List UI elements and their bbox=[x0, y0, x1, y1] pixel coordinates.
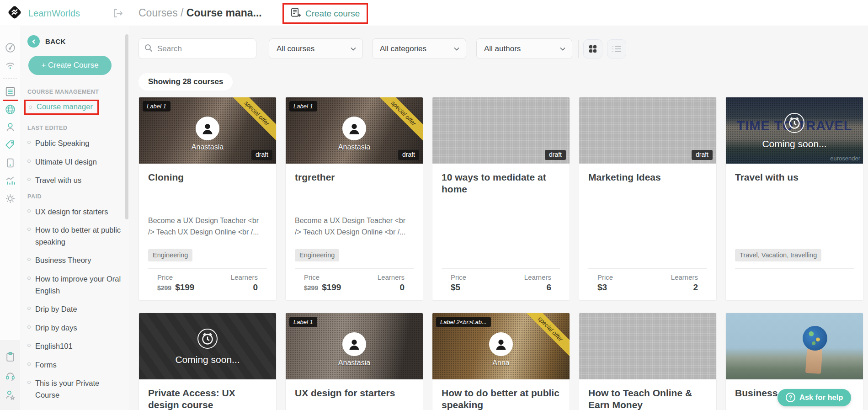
course-card[interactable]: Label 1 special offer Anastasia draft Cl… bbox=[138, 97, 277, 301]
sidebar-item-how-to-do-better[interactable]: How to do better at public speaking bbox=[27, 224, 121, 248]
create-course-label: Create course bbox=[305, 9, 360, 19]
users-icon[interactable] bbox=[5, 121, 16, 133]
course-title: Cloning bbox=[148, 171, 267, 215]
support-headset-icon[interactable] bbox=[5, 370, 16, 383]
bullet-icon bbox=[27, 307, 31, 310]
sidebar-item-travel-with-us[interactable]: Travel with us bbox=[27, 175, 121, 186]
top-header: LearnWorlds Courses / Course mana... Cre… bbox=[0, 0, 868, 26]
search-box[interactable] bbox=[138, 38, 256, 59]
breadcrumb-separator: / bbox=[181, 7, 183, 19]
course-title: UX design for starters bbox=[295, 387, 414, 410]
course-footer: Price $3 Learners 2 bbox=[588, 268, 707, 300]
course-card[interactable]: Coming soon... Private Access: UX design… bbox=[138, 313, 277, 410]
broadcast-wifi-icon[interactable] bbox=[5, 59, 16, 71]
device-icon[interactable] bbox=[5, 157, 16, 169]
authors-filter-dropdown[interactable]: All authors bbox=[476, 38, 572, 59]
back-chevron-icon bbox=[27, 35, 40, 48]
sidebar-item-drip-by-date[interactable]: Drip by Date bbox=[27, 304, 121, 315]
courses-filter-dropdown[interactable]: All courses bbox=[269, 38, 363, 59]
categories-filter-dropdown[interactable]: All categories bbox=[372, 38, 466, 59]
analytics-icon[interactable] bbox=[5, 175, 16, 186]
bullet-icon bbox=[27, 362, 31, 366]
sidebar-item-public-speaking[interactable]: Public Speaking bbox=[27, 138, 121, 149]
learners-label: Learners bbox=[231, 273, 258, 281]
learners-label: Learners bbox=[378, 273, 405, 281]
sidebar-item-english101[interactable]: English101 bbox=[27, 341, 121, 352]
user-star-icon[interactable] bbox=[5, 389, 16, 403]
price-label: Price bbox=[597, 273, 613, 281]
price-value: $3 bbox=[597, 282, 613, 293]
back-button[interactable]: BACK bbox=[27, 35, 121, 48]
chevron-down-icon bbox=[454, 47, 459, 51]
sidebar-item-business-theory[interactable]: Business Theory bbox=[27, 255, 121, 266]
main-content: All courses All categories All authors S… bbox=[129, 26, 868, 410]
create-course-sidebar-button[interactable]: + Create Course bbox=[28, 56, 112, 75]
sidebar: BACK + Create Course COURSE MANAGEMENT C… bbox=[20, 26, 129, 410]
course-card[interactable]: draft 10 ways to medidate at home Price … bbox=[432, 97, 570, 301]
learners-value: 0 bbox=[231, 282, 258, 293]
bullet-icon bbox=[27, 209, 31, 213]
course-manager-icon[interactable] bbox=[5, 85, 16, 97]
course-footer: Price $5 Learners 6 bbox=[442, 268, 560, 300]
course-grid: Label 1 special offer Anastasia draft Cl… bbox=[138, 97, 863, 410]
sidebar-item-private-course[interactable]: This is your Private Course bbox=[27, 378, 121, 401]
breadcrumb-section[interactable]: Courses bbox=[138, 7, 178, 19]
sidebar-item-drip-by-days[interactable]: Drip by days bbox=[27, 322, 121, 334]
breadcrumb: Courses / Course mana... bbox=[138, 7, 262, 19]
learners-value: 2 bbox=[671, 282, 698, 293]
course-card[interactable]: How to Teach Online & Earn Money bbox=[579, 313, 717, 410]
category-chip: Travel, Vacation, travelling bbox=[735, 249, 821, 261]
question-icon: ? bbox=[786, 393, 795, 402]
bullet-icon bbox=[27, 277, 31, 280]
course-card[interactable]: Label 1 Anastasia UX design for starters bbox=[285, 313, 423, 410]
sidebar-item-course-manager[interactable]: Course manager bbox=[24, 100, 99, 115]
course-description: Become a UX Design Teacher <br /> Teach … bbox=[148, 215, 267, 249]
globe-photo-shape bbox=[803, 326, 827, 351]
ask-for-help-button[interactable]: ? Ask for help bbox=[777, 389, 851, 406]
site-globe-icon[interactable] bbox=[5, 103, 16, 115]
sidebar-item-oral-english[interactable]: How to improve your Oral English bbox=[27, 273, 121, 297]
bullet-icon bbox=[27, 344, 31, 347]
author-name: Anastasia bbox=[192, 143, 224, 151]
course-image-placeholder bbox=[579, 313, 716, 379]
course-footer: Price $299$199 Learners 0 bbox=[148, 268, 267, 300]
course-card[interactable]: Label 2<br>Lab... special offer Anna How… bbox=[432, 313, 570, 410]
draft-status-badge: draft bbox=[692, 150, 713, 160]
grid-view-button[interactable] bbox=[583, 39, 602, 59]
course-card[interactable]: Label 1 special offer Anastasia draft tr… bbox=[285, 97, 423, 301]
settings-gear-icon[interactable] bbox=[5, 192, 16, 204]
coming-soon-text: Coming soon... bbox=[762, 138, 826, 149]
sidebar-item-ultimate-ui-design[interactable]: Ultimate UI design bbox=[27, 156, 121, 168]
author-avatar bbox=[489, 332, 513, 356]
course-image: Label 1 Anastasia bbox=[286, 313, 423, 379]
breadcrumb-current: Course mana... bbox=[186, 7, 262, 19]
dashboard-speedometer-icon[interactable] bbox=[5, 42, 16, 53]
section-title-last-edited: LAST EDITED bbox=[27, 125, 121, 131]
course-image-placeholder: draft bbox=[432, 97, 570, 164]
icon-rail bbox=[0, 26, 20, 410]
sidebar-item-ux-design-for-starters[interactable]: UX design for starters bbox=[27, 206, 121, 218]
course-title: trgrether bbox=[295, 171, 414, 215]
category-chip: Engineering bbox=[295, 249, 339, 261]
author-name: Anastasia bbox=[338, 359, 370, 367]
list-view-button[interactable] bbox=[607, 39, 626, 59]
clipboard-icon[interactable] bbox=[5, 351, 16, 364]
sidebar-scrollbar[interactable] bbox=[125, 34, 128, 219]
search-input[interactable] bbox=[157, 44, 250, 53]
sidebar-item-forms[interactable]: Forms bbox=[27, 359, 121, 371]
create-course-icon bbox=[291, 8, 301, 19]
bullet-icon bbox=[29, 106, 32, 109]
alarm-clock-icon bbox=[197, 328, 218, 351]
course-footer: Price $299$199 Learners 0 bbox=[295, 268, 414, 300]
course-card[interactable]: draft Marketing Ideas Price $3 Learners … bbox=[579, 97, 717, 301]
list-view-icon bbox=[612, 45, 621, 53]
results-count-badge: Showing 28 courses bbox=[138, 73, 233, 91]
tags-icon[interactable] bbox=[5, 139, 16, 151]
course-image bbox=[726, 313, 863, 379]
create-course-button[interactable]: Create course bbox=[282, 3, 368, 24]
bullet-icon bbox=[27, 141, 31, 144]
back-label: BACK bbox=[45, 37, 66, 45]
logout-icon[interactable] bbox=[112, 8, 123, 21]
course-card[interactable]: TIME TO TRAVEL Coming soon... eurosender… bbox=[725, 97, 863, 301]
alarm-clock-icon bbox=[783, 112, 805, 136]
